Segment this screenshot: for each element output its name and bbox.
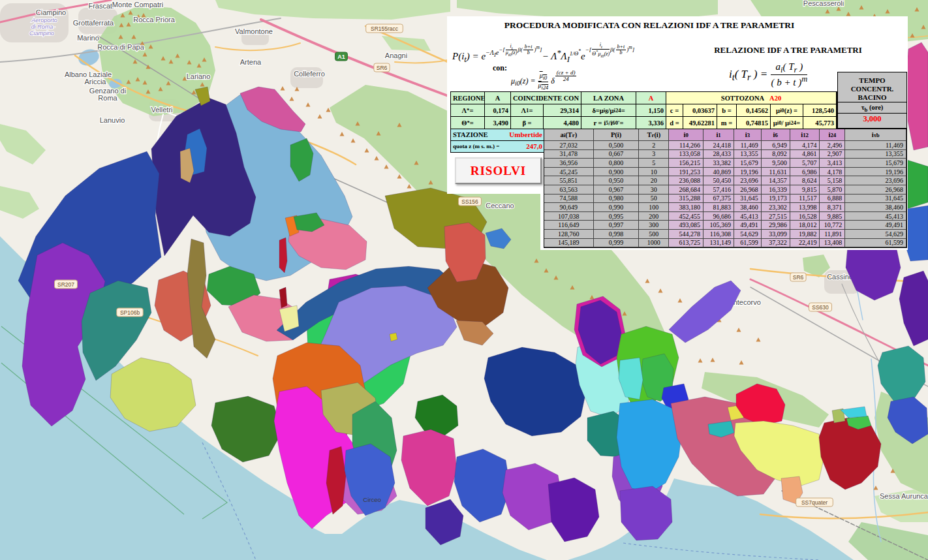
tempo-line2: CONCENTR.	[838, 85, 906, 93]
table-cell: 107,038	[544, 212, 594, 221]
table-cell: 15,679	[734, 159, 762, 168]
mu-ratio-label: μi0 / μi24 =	[771, 117, 803, 129]
table-cell: 19,196	[734, 168, 762, 177]
table-row: 31,4780,6673133,05828,43313,3558,0924,86…	[544, 150, 906, 159]
quota-value: 247,0	[510, 141, 544, 152]
table-cell: 0,800	[594, 159, 640, 168]
table-cell: 27,032	[544, 141, 594, 150]
table-cell: 9,500	[762, 159, 790, 168]
table-cell: 4,174	[790, 141, 820, 150]
table-cell: 383,180	[669, 203, 704, 212]
table-cell: 31,645	[734, 194, 762, 204]
table-header-cell: i12	[790, 129, 820, 141]
lambda1-label: Λ1 =	[511, 104, 544, 117]
coincidente-label: COINCIDENTE CON	[511, 92, 581, 104]
c-value: 0,03637	[683, 104, 717, 117]
table-header-row: ai(Tr)P(i)Tr(i)i0i1i3i6i12i24iτb	[544, 129, 906, 141]
map-label: Lanuvio	[100, 116, 125, 124]
table-cell: 33,099	[762, 230, 790, 239]
table-cell: 19,882	[790, 230, 820, 239]
table-cell: 4,861	[790, 150, 820, 159]
table-row: 74,5880,98050315,28867,37531,64519,17311…	[544, 194, 906, 204]
table-cell: 0,967	[594, 185, 640, 194]
table-row: 145,1890,9991000613,725131,14961,59937,3…	[544, 239, 906, 248]
table-cell: 300	[639, 221, 669, 230]
table-cell: 0,995	[594, 212, 640, 221]
table-row: 107,0380,995200452,45596,68645,41327,515…	[544, 212, 906, 221]
lambda-star-label: Λ* =	[451, 104, 485, 117]
table-cell: 23,696	[734, 176, 762, 185]
regione-label: REGIONE	[451, 92, 485, 104]
table-cell: 11,631	[762, 168, 790, 177]
risolvi-button[interactable]: RISOLVI	[455, 157, 542, 184]
table-cell: 0,997	[594, 221, 640, 230]
map-label: Rocca di Papa	[97, 43, 144, 51]
road-badge-text: SR207	[57, 281, 74, 288]
sottozona-cell: SOTTOZONA A20	[666, 92, 837, 104]
table-cell: 0,980	[594, 194, 640, 204]
table-cell: 200	[639, 212, 669, 221]
table-cell: 30	[639, 185, 669, 194]
table-cell: 116,649	[544, 221, 594, 230]
map-label: Roma	[98, 94, 117, 102]
table-cell: 23,696	[845, 176, 906, 185]
table-cell: 133,058	[669, 150, 704, 159]
map-label: Valmontone	[235, 27, 273, 35]
stazione-label: STAZIONE	[451, 129, 509, 140]
table-cell: 131,149	[704, 239, 734, 248]
table-cell: 1000	[639, 239, 669, 248]
table-cell: 5,707	[790, 159, 820, 168]
mu0z-label: μi0 (z) =	[771, 104, 803, 117]
table-cell: 90,649	[544, 203, 594, 212]
table-cell: 54,629	[845, 230, 906, 239]
table-cell: 493,085	[669, 221, 704, 230]
table-cell: 67,375	[704, 194, 734, 204]
table-cell: 81,883	[704, 203, 734, 212]
table-header-cell: P(i)	[594, 129, 640, 141]
road-badge: SR155racc	[366, 24, 403, 33]
road-badge: SR6	[790, 273, 806, 281]
table-cell: 61,599	[734, 239, 762, 248]
table-cell: 128,760	[544, 230, 594, 239]
table-cell: 8,371	[820, 203, 845, 212]
table-cell: 5,870	[820, 185, 845, 194]
table-row: 27,0320,5002114,26624,41811,4696,9494,17…	[544, 141, 906, 150]
table-cell: 114,266	[669, 141, 704, 150]
table-cell: 11,469	[845, 141, 906, 150]
table-cell: 268,684	[669, 185, 704, 194]
lazona-value: A	[636, 92, 666, 104]
regione-value: A	[485, 92, 511, 104]
parameter-table: REGIONE A COINCIDENTE CON LA ZONA A SOTT…	[450, 91, 837, 130]
table-cell: 13,355	[734, 150, 762, 159]
table-cell: 13,408	[820, 239, 845, 248]
table-cell: 315,288	[669, 194, 704, 204]
table-row: 90,6490,990100383,18081,88338,46023,3021…	[544, 203, 906, 212]
table-cell: 24,418	[704, 141, 734, 150]
table-cell: 49,491	[845, 221, 906, 230]
table-cell: 613,725	[669, 239, 704, 248]
table-cell: 49,491	[734, 221, 762, 230]
table-header-cell: i1	[704, 129, 734, 141]
table-cell: 10,772	[820, 221, 845, 230]
table-cell: 96,686	[704, 212, 734, 221]
table-cell: 18,012	[790, 221, 820, 230]
map-label: Aeroporto	[31, 17, 57, 23]
map-label: Velletri	[151, 106, 172, 114]
table-header-cell: i24	[820, 129, 845, 141]
map-label: Marino	[77, 34, 99, 42]
tau-label: τb (ore)	[838, 102, 906, 113]
relazione-title: RELAZIONE IDF A TRE PARAMETRI	[705, 45, 871, 55]
road-badge: A1	[335, 52, 348, 61]
lambda-star-value: 0,174	[485, 104, 511, 117]
map-label: Ciampino	[29, 30, 54, 37]
table-cell: 20	[639, 176, 669, 185]
table-cell: 50,450	[704, 176, 734, 185]
map-label: Sessa Aurunca	[880, 492, 928, 500]
idf-data-table: ai(Tr)P(i)Tr(i)i0i1i3i6i12i24iτb27,0320,…	[544, 129, 907, 248]
labels-top-layer: Circeo	[363, 496, 380, 503]
table-cell: 116,308	[704, 230, 734, 239]
table-cell: 26,968	[845, 185, 906, 194]
table-cell: 0,950	[594, 176, 640, 185]
idf-relation-formula: it( Tr ) = ai( Tr )( b + t )m	[729, 62, 808, 88]
table-row: 36,9560,8005156,21533,38215,6799,5005,70…	[544, 159, 906, 168]
